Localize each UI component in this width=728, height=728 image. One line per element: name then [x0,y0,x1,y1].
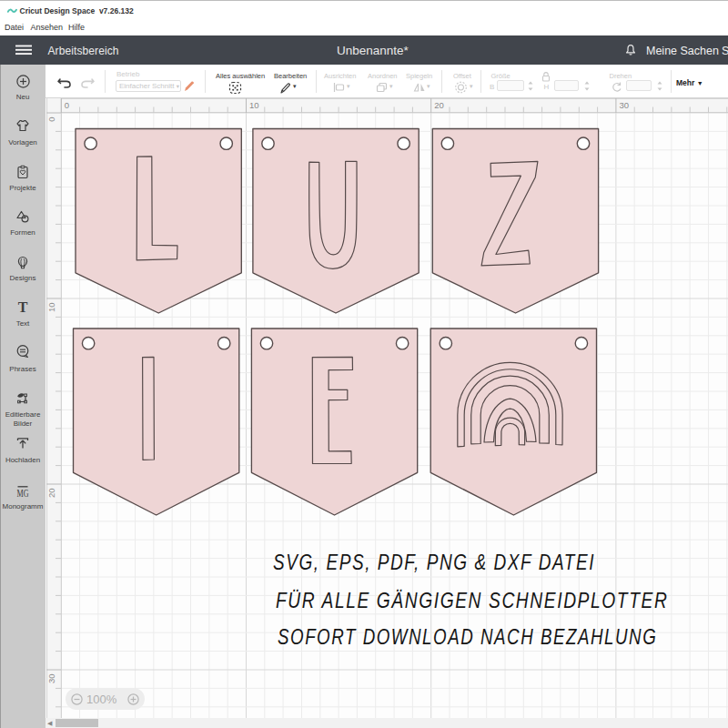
svg-text:10: 10 [249,100,259,110]
svg-text:30: 30 [46,674,56,684]
svg-text:0: 0 [46,117,56,122]
svg-text:30: 30 [619,100,629,110]
svg-text:0: 0 [65,100,69,110]
svg-text:20: 20 [46,489,56,499]
svg-text:20: 20 [434,100,444,110]
svg-text:10: 10 [46,303,56,313]
